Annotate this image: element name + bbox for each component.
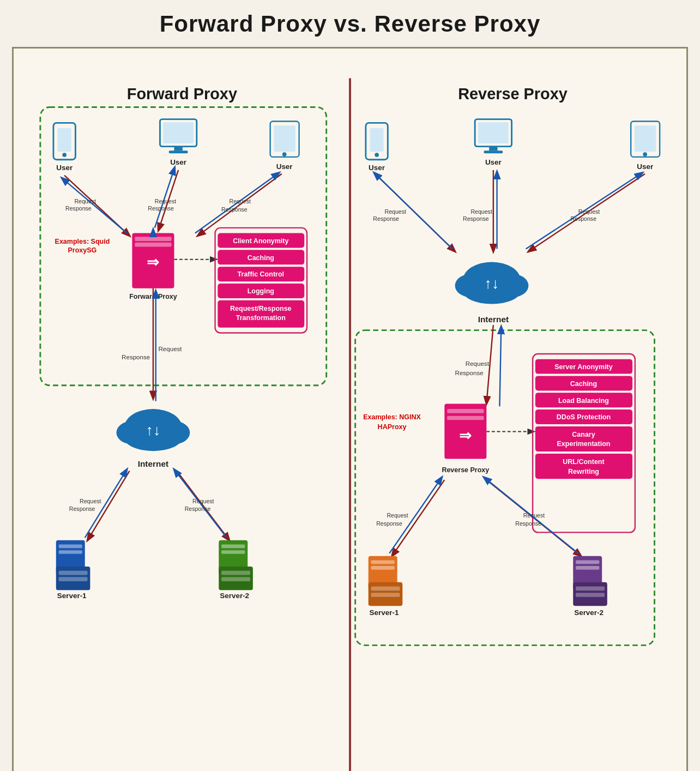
svg-rect-4 [58,128,71,152]
rp-user3-label: User [637,162,654,171]
outer-container: Forward Proxy User User User [12,47,688,771]
svg-text:⇒: ⇒ [459,427,472,444]
rp-examples-1: Examples: NGINX [363,413,421,421]
rp-feat3: Load Balancing [558,397,609,405]
svg-rect-21 [135,243,171,247]
diagram-svg: Forward Proxy User User User [25,59,675,771]
svg-text:↑↓: ↑↓ [485,275,499,292]
rp-feat6a: URL/Content [563,458,605,466]
svg-rect-47 [59,577,88,581]
svg-rect-20 [135,237,171,241]
svg-rect-8 [174,147,182,151]
rp-req-left: Request [385,208,406,215]
svg-rect-58 [478,122,509,143]
rp-internet-label: Internet [478,315,509,324]
svg-rect-44 [59,550,82,554]
rp-resp-center: Response [463,215,489,222]
svg-rect-96 [371,566,395,570]
fp-feat1: Client Anonymity [233,237,288,245]
svg-rect-7 [163,122,194,143]
fp-req-down: Request [159,346,183,352]
svg-rect-105 [576,593,605,597]
svg-rect-62 [635,125,656,152]
fp-internet-label: Internet [138,459,168,468]
rp-req-s2: Request [523,512,545,519]
svg-rect-98 [371,587,400,591]
rp-feat5a: Canary [572,431,595,438]
rp-feat5b: Experimentation [557,440,611,448]
svg-rect-11 [274,125,295,152]
fp-feat5b: Transformation [236,314,286,322]
svg-rect-52 [221,571,250,575]
svg-rect-80 [447,416,484,420]
svg-rect-59 [489,147,497,151]
fp-req-s1: Request [80,498,101,504]
svg-point-56 [375,153,379,157]
rp-feat4: DDoS Protection [557,413,611,421]
fp-examples-1: Examples: Squid [55,238,110,245]
svg-rect-49 [221,545,245,549]
rp-resp-left: Response [373,215,399,222]
svg-point-5 [62,153,67,157]
rp-proxy-label: Reverse Proxy [442,466,489,474]
svg-point-12 [282,152,287,156]
fp-feat2: Caching [248,254,274,262]
rp-resp-s2: Response [515,520,541,527]
fp-resp-down: Response [122,354,150,360]
fp-req-right: Request [230,198,251,204]
fp-user2-label: User [170,158,187,166]
fp-resp-s1: Response [69,505,95,512]
rp-server2-label: Server-2 [574,609,604,617]
rp-req-center: Request [470,208,492,215]
fp-resp-s2: Response [185,505,211,512]
svg-rect-43 [59,545,82,549]
svg-rect-102 [576,566,599,570]
rp-user2-label: User [485,158,502,166]
svg-rect-9 [169,150,188,153]
fp-server2-label: Server-2 [220,592,249,600]
fp-user3-label: User [276,162,293,171]
rp-req-right: Request [578,208,600,215]
svg-rect-95 [371,560,395,564]
rp-examples-2: HAProxy [378,423,407,431]
rp-req-s1: Request [387,512,408,519]
rp-feat2: Caching [570,380,597,388]
svg-rect-79 [447,409,484,413]
fp-resp-right: Response [221,206,248,213]
svg-rect-60 [484,150,503,153]
fp-examples-2: ProxySG [68,246,97,254]
fp-heading: Forward Proxy [127,85,237,103]
main-title: Forward Proxy vs. Reverse Proxy [160,11,541,37]
rp-resp-right: Response [570,215,596,222]
fp-server1-label: Server-1 [57,592,87,600]
fp-feat5a: Request/Response [230,305,292,312]
rp-server1-label: Server-1 [370,609,399,617]
rp-req-down: Request [466,360,490,367]
svg-text:↑↓: ↑↓ [146,422,160,438]
fp-user1-label: User [56,164,73,172]
svg-rect-50 [221,550,245,554]
svg-rect-104 [576,587,605,591]
fp-resp-center: Response [148,205,174,212]
svg-text:⇒: ⇒ [147,254,159,270]
fp-req-center: Request [155,198,176,204]
fp-req-s2: Request [192,498,214,504]
svg-rect-53 [221,577,250,581]
svg-rect-55 [370,128,384,152]
svg-point-63 [643,152,647,156]
fp-resp-left: Response [65,205,92,212]
rp-feat1: Server Anonymity [554,363,613,371]
rp-resp-down: Response [455,370,484,376]
rp-user1-label: User [369,164,385,172]
fp-feat4: Logging [248,287,274,295]
rp-feat6b: Rewriting [568,468,599,475]
svg-rect-46 [59,571,88,575]
svg-rect-99 [371,593,400,597]
svg-rect-101 [576,560,599,564]
rp-heading: Reverse Proxy [458,85,568,103]
fp-feat3: Traffic Control [238,270,284,278]
fp-req-left: Request [74,198,95,204]
rp-resp-s1: Response [376,520,402,527]
